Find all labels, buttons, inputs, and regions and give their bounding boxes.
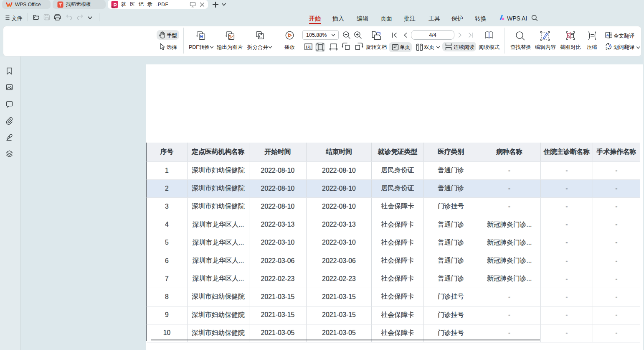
svg-text:A: A — [609, 43, 612, 48]
svg-text:1: 1 — [306, 44, 308, 49]
svg-text:文: 文 — [605, 47, 609, 50]
svg-text:1: 1 — [309, 44, 311, 49]
svg-text:A: A — [606, 33, 609, 37]
